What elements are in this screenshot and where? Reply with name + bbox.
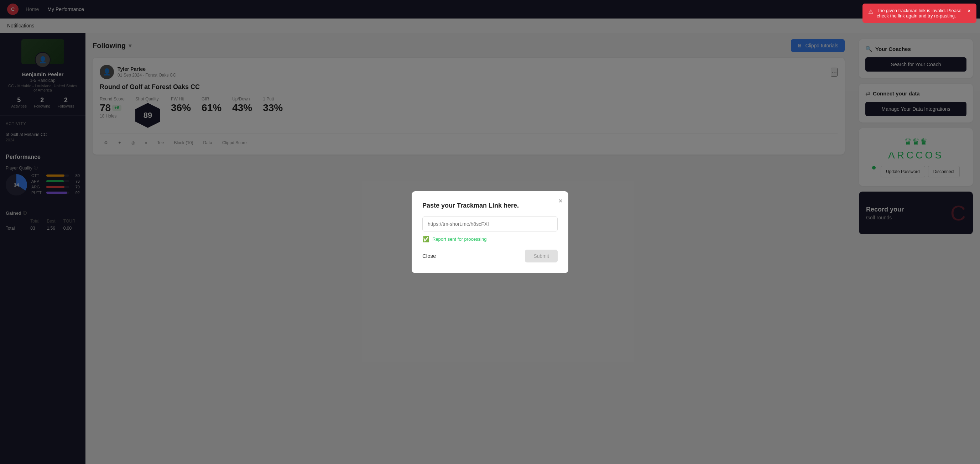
error-toast: ⚠ The given trackman link is invalid. Pl… (862, 3, 977, 23)
check-icon: ✅ (422, 236, 430, 243)
modal-close-text-button[interactable]: Close (422, 253, 436, 259)
trackman-link-input[interactable] (422, 216, 558, 232)
modal-overlay[interactable]: Paste your Trackman Link here. × ✅ Repor… (0, 0, 980, 464)
modal-title: Paste your Trackman Link here. (422, 202, 558, 210)
toast-message: The given trackman link is invalid. Plea… (877, 8, 964, 19)
modal-close-button[interactable]: × (558, 197, 563, 205)
trackman-modal: Paste your Trackman Link here. × ✅ Repor… (412, 191, 568, 273)
modal-submit-button[interactable]: Submit (525, 249, 558, 262)
modal-footer: Close Submit (422, 249, 558, 262)
modal-success-message: ✅ Report sent for processing (422, 236, 558, 243)
toast-close-button[interactable]: × (967, 8, 971, 14)
warning-icon: ⚠ (868, 8, 873, 15)
